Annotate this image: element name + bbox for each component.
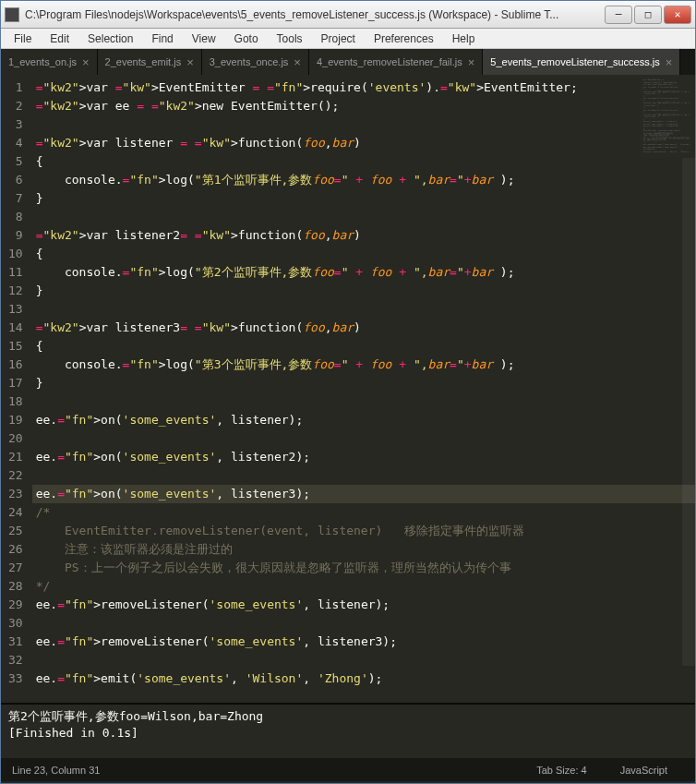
status-bar: Line 23, Column 31 Tab Size: 4 JavaScrip… xyxy=(1,758,695,781)
line-gutter: 1234567891011121314151617181920212223242… xyxy=(1,75,32,703)
tab-label: 2_events_emit.js xyxy=(105,56,182,67)
menu-find[interactable]: Find xyxy=(142,30,182,47)
app-icon xyxy=(5,7,19,22)
tab-close-icon[interactable]: × xyxy=(82,55,90,69)
window-controls: ─ □ ✕ xyxy=(605,6,691,24)
minimap[interactable]: var EventEmitter = require('events').Eve… xyxy=(640,75,695,158)
title-bar: C:\Program Files\nodejs\Workspace\events… xyxy=(1,1,695,29)
tab-5[interactable]: 5_events_removeListener_success.js× xyxy=(483,49,680,75)
maximize-button[interactable]: □ xyxy=(634,6,662,24)
menu-view[interactable]: View xyxy=(183,30,225,47)
tab-bar: 1_events_on.js× 2_events_emit.js× 3_even… xyxy=(1,49,695,75)
menu-file[interactable]: File xyxy=(5,30,41,47)
menu-project[interactable]: Project xyxy=(312,30,365,47)
console-line: [Finished in 0.1s] xyxy=(8,725,688,742)
tab-label: 5_events_removeListener_success.js xyxy=(490,56,659,67)
console-output: 第2个监听事件,参数foo=Wilson,bar=Zhong [Finished… xyxy=(1,705,695,758)
tab-close-icon[interactable]: × xyxy=(468,55,475,69)
tab-label: 1_events_on.js xyxy=(8,56,77,67)
tab-1[interactable]: 1_events_on.js× xyxy=(1,49,98,75)
tab-3[interactable]: 3_events_once.js× xyxy=(202,49,309,75)
menu-help[interactable]: Help xyxy=(443,30,485,47)
window-title: C:\Program Files\nodejs\Workspace\events… xyxy=(25,8,605,21)
console-line: 第2个监听事件,参数foo=Wilson,bar=Zhong xyxy=(8,708,688,725)
tab-close-icon[interactable]: × xyxy=(294,55,301,69)
status-syntax[interactable]: JavaScript xyxy=(604,765,684,776)
menu-edit[interactable]: Edit xyxy=(41,30,78,47)
menu-selection[interactable]: Selection xyxy=(78,30,142,47)
tab-4[interactable]: 4_events_removeListener_fail.js× xyxy=(309,49,483,75)
scrollbar-thumb[interactable] xyxy=(682,158,695,666)
minimize-button[interactable]: ─ xyxy=(605,6,632,24)
scrollbar-vertical[interactable] xyxy=(682,158,695,690)
status-tabsize[interactable]: Tab Size: 4 xyxy=(520,765,603,776)
tab-label: 3_events_once.js xyxy=(210,56,289,67)
status-cursor[interactable]: Line 23, Column 31 xyxy=(12,765,520,776)
menu-goto[interactable]: Goto xyxy=(225,30,268,47)
tab-label: 4_events_removeListener_fail.js xyxy=(317,56,462,67)
menu-bar: File Edit Selection Find View Goto Tools… xyxy=(1,29,695,49)
minimap-content: var EventEmitter = require('events').Eve… xyxy=(640,75,695,156)
tab-2[interactable]: 2_events_emit.js× xyxy=(98,49,202,75)
code-content[interactable]: ="kw2">var ="kw">EventEmitter = ="fn">re… xyxy=(32,75,695,703)
close-button[interactable]: ✕ xyxy=(664,6,691,24)
menu-preferences[interactable]: Preferences xyxy=(365,30,443,47)
menu-tools[interactable]: Tools xyxy=(268,30,312,47)
tab-close-icon[interactable]: × xyxy=(666,55,673,69)
editor-area[interactable]: 1234567891011121314151617181920212223242… xyxy=(1,75,695,703)
tab-close-icon[interactable]: × xyxy=(186,55,194,69)
